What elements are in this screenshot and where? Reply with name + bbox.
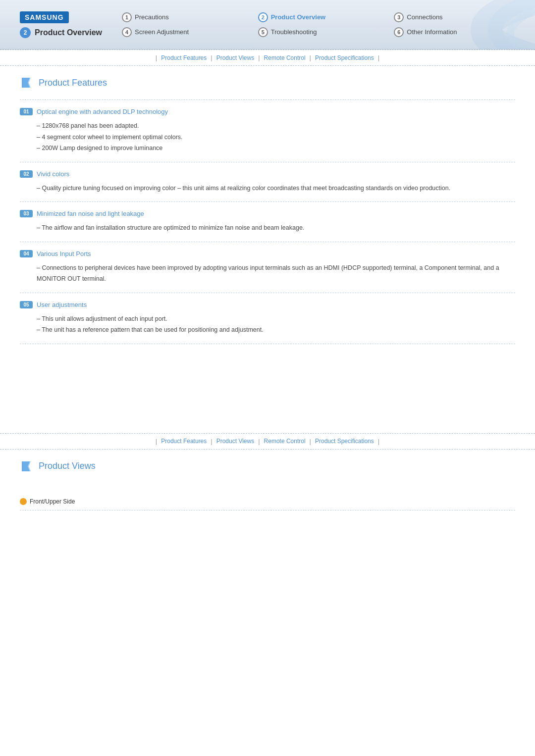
feature-badge-03: 03 bbox=[20, 210, 33, 217]
feature-bullet-01-0: – 1280x768 panel has been adapted. bbox=[37, 120, 515, 132]
product-features-heading: Product Features bbox=[20, 76, 515, 90]
feature-badge-05: 05 bbox=[20, 301, 33, 308]
samsung-logo: SAMSUNG bbox=[20, 11, 69, 23]
nav-item-troubleshooting[interactable]: 5 Troubleshooting bbox=[258, 27, 379, 37]
feature-bullet-04-0: – Connections to peripheral devices have… bbox=[37, 262, 515, 285]
feature-badge-02: 02 bbox=[20, 170, 33, 178]
nav-grid: 1 Precautions 2 Product Overview 3 Conne… bbox=[122, 12, 515, 37]
section-number-badge: 2 bbox=[20, 27, 31, 38]
nav-label-screen-adjustment: Screen Adjustment bbox=[135, 28, 189, 36]
feature-item-04: 04 Various Input Ports – Connections to … bbox=[20, 242, 515, 293]
feature-title-04: Various Input Ports bbox=[37, 250, 91, 257]
product-overview-badge: 2 Product Overview bbox=[20, 27, 102, 38]
bottom-sep-0: | bbox=[156, 438, 157, 445]
nav-circle-6: 6 bbox=[394, 27, 404, 37]
product-features-title: Product Features bbox=[39, 78, 107, 88]
feature-bullet-01-2: – 200W Lamp designed to improve luminanc… bbox=[37, 143, 515, 154]
feature-body-02: – Quality picture tuning focused on impr… bbox=[20, 183, 515, 194]
feature-body-05: – This unit allows adjustment of each in… bbox=[20, 313, 515, 336]
feature-item-01: 01 Optical engine with advanced DLP tech… bbox=[20, 100, 515, 162]
feature-header-04: 04 Various Input Ports bbox=[20, 250, 515, 257]
feature-bullet-05-0: – This unit allows adjustment of each in… bbox=[37, 313, 515, 325]
subnav-link-remote-control[interactable]: Remote Control bbox=[264, 54, 306, 61]
nav-item-other-information[interactable]: 6 Other Information bbox=[394, 27, 515, 37]
feature-bullet-03-0: – The airflow and fan installation struc… bbox=[37, 222, 515, 234]
bottom-subnav: | Product Features | Product Views | Rem… bbox=[0, 433, 535, 450]
product-views-title: Product Views bbox=[39, 461, 96, 471]
sep-0: | bbox=[156, 54, 157, 61]
nav-label-troubleshooting: Troubleshooting bbox=[271, 28, 317, 36]
bottom-sep-1: | bbox=[211, 438, 212, 445]
spacer-1 bbox=[20, 344, 515, 433]
orange-circle-icon bbox=[20, 498, 27, 505]
nav-circle-2: 2 bbox=[258, 12, 268, 22]
spacer-3 bbox=[20, 510, 515, 570]
bottom-subnav-link-remote-control[interactable]: Remote Control bbox=[264, 438, 306, 445]
bottom-subnav-link-product-specifications[interactable]: Product Specifications bbox=[315, 438, 374, 445]
bottom-subnav-link-product-views[interactable]: Product Views bbox=[216, 438, 254, 445]
feature-title-01: Optical engine with advanced DLP technol… bbox=[37, 108, 168, 115]
nav-label-connections: Connections bbox=[407, 13, 442, 21]
feature-title-02: Vivid colors bbox=[37, 170, 69, 178]
feature-header-05: 05 User adjustments bbox=[20, 301, 515, 308]
bottom-sep-2: | bbox=[258, 438, 260, 445]
frontside-label: Front/Upper Side bbox=[30, 498, 75, 505]
feature-badge-01: 01 bbox=[20, 108, 33, 115]
nav-circle-4: 4 bbox=[122, 27, 132, 37]
frontside-item: Front/Upper Side bbox=[20, 493, 515, 510]
sep-2: | bbox=[258, 54, 260, 61]
sep-1: | bbox=[211, 54, 212, 61]
page-header: SAMSUNG 2 Product Overview 1 Precautions… bbox=[0, 0, 535, 50]
sep-3: | bbox=[310, 54, 311, 61]
subnav-link-product-features[interactable]: Product Features bbox=[161, 54, 207, 61]
feature-item-05: 05 User adjustments – This unit allows a… bbox=[20, 293, 515, 344]
nav-label-precautions: Precautions bbox=[135, 13, 169, 21]
feature-item-03: 03 Minimized fan noise and light leakage… bbox=[20, 202, 515, 242]
feature-bullet-01-1: – 4 segment color wheel to implement opt… bbox=[37, 132, 515, 143]
nav-label-product-overview: Product Overview bbox=[271, 13, 326, 21]
bottom-sep-3: | bbox=[310, 438, 311, 445]
nav-circle-1: 1 bbox=[122, 12, 132, 22]
feature-header-01: 01 Optical engine with advanced DLP tech… bbox=[20, 108, 515, 115]
main-content: Product Features 01 Optical engine with … bbox=[0, 66, 535, 580]
feature-body-01: – 1280x768 panel has been adapted. – 4 s… bbox=[20, 120, 515, 154]
nav-label-other-information: Other Information bbox=[407, 28, 457, 36]
sep-4: | bbox=[378, 54, 379, 61]
nav-circle-5: 5 bbox=[258, 27, 268, 37]
product-views-section: Product Views Front/Upper Side bbox=[20, 459, 515, 570]
feature-title-05: User adjustments bbox=[37, 301, 87, 308]
feature-header-02: 02 Vivid colors bbox=[20, 170, 515, 178]
bottom-subnav-inner: | Product Features | Product Views | Rem… bbox=[154, 438, 381, 445]
nav-item-connections[interactable]: 3 Connections bbox=[394, 12, 515, 22]
product-views-icon bbox=[20, 459, 34, 473]
feature-body-04: – Connections to peripheral devices have… bbox=[20, 262, 515, 285]
feature-bullet-05-1: – The unit has a reference pattern that … bbox=[37, 324, 515, 336]
nav-circle-3: 3 bbox=[394, 12, 404, 22]
product-views-heading: Product Views bbox=[20, 459, 515, 473]
section-title: Product Overview bbox=[35, 28, 102, 37]
feature-badge-04: 04 bbox=[20, 250, 33, 257]
bottom-subnav-link-product-features[interactable]: Product Features bbox=[161, 438, 207, 445]
subnav-link-product-views[interactable]: Product Views bbox=[216, 54, 254, 61]
top-subnav: | Product Features | Product Views | Rem… bbox=[0, 50, 535, 66]
feature-body-03: – The airflow and fan installation struc… bbox=[20, 222, 515, 234]
subnav-inner: | Product Features | Product Views | Rem… bbox=[154, 54, 381, 61]
feature-bullet-02-0: – Quality picture tuning focused on impr… bbox=[37, 183, 515, 194]
bottom-sep-4: | bbox=[378, 438, 379, 445]
product-features-icon bbox=[20, 76, 34, 90]
subnav-link-product-specifications[interactable]: Product Specifications bbox=[315, 54, 374, 61]
feature-item-02: 02 Vivid colors – Quality picture tuning… bbox=[20, 162, 515, 202]
feature-header-03: 03 Minimized fan noise and light leakage bbox=[20, 210, 515, 217]
nav-item-precautions[interactable]: 1 Precautions bbox=[122, 12, 243, 22]
spacer-2 bbox=[20, 483, 515, 493]
nav-item-screen-adjustment[interactable]: 4 Screen Adjustment bbox=[122, 27, 243, 37]
header-left: SAMSUNG 2 Product Overview bbox=[20, 11, 102, 38]
features-list: 01 Optical engine with advanced DLP tech… bbox=[20, 100, 515, 344]
feature-title-03: Minimized fan noise and light leakage bbox=[37, 210, 144, 217]
nav-item-product-overview[interactable]: 2 Product Overview bbox=[258, 12, 379, 22]
